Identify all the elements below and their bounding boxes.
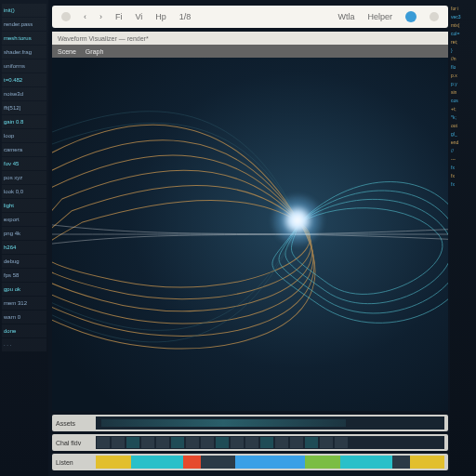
assets-panel: Assets [52, 415, 448, 431]
top-toolbar: ‹ › Fi Vi Hp 1/8 Wtla Helper [52, 6, 448, 28]
sidebar-row[interactable]: done [2, 324, 46, 337]
thumbnails-panel: Chal fldv [52, 434, 448, 451]
sidebar-row[interactable]: fps 58 [2, 269, 46, 282]
render-canvas[interactable] [52, 58, 448, 411]
thumbnail[interactable] [201, 437, 214, 448]
sidebar-row[interactable]: init() [2, 4, 46, 17]
timeline-segment[interactable] [183, 456, 201, 469]
code-line: ret; [451, 39, 475, 47]
code-line: mix( [451, 22, 475, 31]
sidebar-row[interactable]: gpu ok [2, 283, 46, 296]
sidebar-row[interactable]: gain 0.8 [2, 115, 46, 128]
viewer-titlebar: Waveform Visualizer — render* [52, 32, 448, 45]
sidebar-row[interactable]: noise3d [2, 87, 46, 100]
sidebar-row[interactable]: loop [2, 129, 46, 142]
sidebar-row[interactable]: fov 45 [2, 157, 46, 170]
sidebar-row[interactable]: look 0,0 [2, 185, 46, 198]
code-line: col= [451, 31, 475, 39]
timeline-track[interactable] [96, 456, 444, 469]
timeline-segment[interactable] [235, 456, 305, 469]
timeline-panel: Listen [52, 454, 448, 470]
thumbnail[interactable] [275, 437, 288, 448]
assets-track[interactable] [96, 416, 444, 430]
sidebar-row[interactable]: export [2, 213, 46, 226]
code-line: fx [451, 181, 475, 190]
sidebar-row[interactable]: shader.frag [2, 46, 46, 59]
timeline-label: Listen [56, 459, 93, 466]
thumbnail[interactable] [335, 437, 348, 448]
code-line: p.y [451, 81, 475, 89]
sidebar-row[interactable]: mesh:torus [2, 32, 46, 45]
sidebar-row[interactable]: h264 [2, 241, 46, 254]
timeline-segment[interactable] [201, 456, 236, 469]
sidebar-row[interactable]: fft[512] [2, 101, 46, 114]
code-line: p.x [451, 73, 475, 81]
thumbnail[interactable] [245, 437, 258, 448]
code-line: sin [451, 89, 475, 98]
timeline-segment[interactable] [340, 456, 392, 469]
left-sidebar: init() render.pass mesh:torus shader.fra… [0, 0, 48, 476]
sidebar-row[interactable]: warn 0 [2, 311, 46, 324]
code-line: fx [451, 165, 475, 173]
menu-view[interactable]: Vi [136, 12, 143, 21]
sidebar-row[interactable]: render.pass [2, 18, 46, 31]
thumbnail[interactable] [290, 437, 303, 448]
app-icon [61, 12, 71, 21]
viewer-tabbar: Scene Graph [52, 45, 448, 58]
page-indicator: 1/8 [179, 12, 192, 21]
sidebar-row[interactable]: uniforms [2, 60, 46, 73]
sidebar-row[interactable]: mem 312 [2, 297, 46, 310]
menu-help[interactable]: Hp [155, 12, 166, 21]
viewer-title: Waveform Visualizer — render* [58, 35, 149, 42]
sidebar-row[interactable]: t=0.482 [2, 73, 46, 86]
thumbnail-strip[interactable] [96, 436, 444, 449]
wireframe-svg [52, 58, 448, 411]
assets-label: Assets [56, 420, 93, 427]
viewer-window: Waveform Visualizer — render* Scene Grap… [52, 32, 448, 411]
thumbnail[interactable] [186, 437, 199, 448]
code-line: end [451, 139, 475, 148]
sidebar-row[interactable]: png 4k [2, 227, 46, 240]
code-line: for i [451, 6, 475, 14]
thumbnail[interactable] [260, 437, 273, 448]
timeline-segment[interactable] [410, 456, 445, 469]
code-line: cos [451, 98, 475, 106]
thumbnail[interactable] [97, 437, 110, 448]
timeline-segment[interactable] [305, 456, 340, 469]
sidebar-row[interactable]: camera [2, 143, 46, 156]
sidebar-row[interactable]: light [2, 199, 46, 212]
thumbnail[interactable] [231, 437, 244, 448]
sidebar-row: · · · [2, 338, 46, 351]
thumbnail[interactable] [156, 437, 169, 448]
thumbnail[interactable] [112, 437, 125, 448]
right-code-strip: for i vec3 mix( col= ret; } //n flo p.x … [450, 0, 476, 476]
thumbnail[interactable] [171, 437, 184, 448]
thumbnail[interactable] [141, 437, 154, 448]
tab-scene[interactable]: Scene [58, 48, 76, 55]
thumbnail[interactable] [320, 437, 333, 448]
code-line: fx [451, 173, 475, 181]
timeline-segment[interactable] [131, 456, 183, 469]
code-line: --- [451, 156, 475, 165]
timeline-segment[interactable] [96, 456, 131, 469]
thumbnail[interactable] [126, 437, 139, 448]
menu-file[interactable]: Fi [115, 12, 123, 21]
nav-forward-button[interactable]: › [99, 12, 102, 21]
timeline-segment[interactable] [392, 456, 410, 469]
thumbnail[interactable] [305, 437, 318, 448]
user-label[interactable]: Helper [367, 12, 392, 21]
code-line: flo [451, 64, 475, 73]
code-line: *k; [451, 114, 475, 123]
settings-icon[interactable] [430, 12, 439, 21]
code-line: // [451, 148, 475, 156]
sidebar-row[interactable]: debug [2, 255, 46, 268]
tab-graph[interactable]: Graph [86, 48, 103, 55]
thumbnails-label: Chal fldv [56, 440, 93, 446]
nav-back-button[interactable]: ‹ [84, 12, 86, 21]
thumbnail[interactable] [216, 437, 229, 448]
avatar[interactable] [405, 11, 416, 22]
code-line: } [451, 47, 475, 56]
sidebar-row[interactable]: pos xyz [2, 171, 46, 184]
focal-glow [270, 192, 325, 248]
code-line: gl_ [451, 131, 475, 139]
